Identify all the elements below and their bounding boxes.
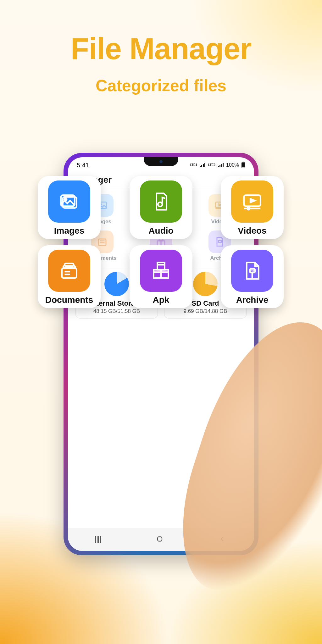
archive-icon: ZIP [231, 250, 273, 292]
storage-detail: 9.69 GB/14.88 GB [167, 308, 244, 314]
category-label: Archive [224, 295, 280, 305]
svg-marker-22 [250, 199, 255, 203]
status-right: LTE1 LTE2 100% [190, 162, 245, 168]
category-videos[interactable]: Videos [221, 176, 284, 239]
svg-rect-31 [161, 270, 168, 278]
pie-chart-icon [104, 272, 129, 296]
svg-rect-13 [161, 241, 165, 246]
category-audio[interactable]: Audio [130, 176, 192, 239]
category-apk[interactable]: Apk [130, 245, 192, 308]
svg-point-24 [247, 207, 250, 210]
signal-icon [200, 163, 205, 167]
status-lte2: LTE2 [208, 164, 215, 167]
pie-chart-icon [193, 272, 218, 296]
svg-rect-32 [157, 263, 164, 270]
category-label: Videos [224, 226, 280, 236]
svg-rect-27 [64, 264, 74, 266]
document-icon [48, 250, 90, 292]
storage-detail: 48.15 GB/51.58 GB [78, 308, 155, 314]
category-label: Images [41, 226, 97, 236]
phone-notch [144, 157, 178, 166]
svg-rect-15 [219, 241, 221, 242]
category-label: Documents [41, 295, 97, 305]
svg-rect-16 [158, 537, 162, 541]
nav-home-button[interactable] [155, 535, 164, 545]
category-images[interactable]: Images [38, 176, 101, 239]
category-label: Audio [133, 226, 189, 236]
svg-text:ZIP: ZIP [251, 269, 255, 273]
svg-rect-25 [62, 268, 77, 278]
promo-subtitle: Categorized files [0, 76, 322, 95]
image-icon [48, 180, 90, 223]
audio-icon [140, 180, 182, 223]
status-lte1: LTE1 [190, 164, 197, 167]
signal-icon [218, 163, 224, 167]
svg-rect-30 [154, 270, 161, 278]
battery-icon [242, 162, 245, 168]
status-battery-pct: 100% [226, 162, 239, 168]
category-documents[interactable]: Documents [38, 245, 101, 308]
apk-icon [140, 250, 182, 292]
status-time: 5:41 [77, 162, 89, 169]
category-label: Apk [133, 295, 189, 305]
svg-rect-12 [157, 241, 161, 246]
promo-title: File Manager [0, 31, 322, 66]
category-archive[interactable]: ZIP Archive [221, 245, 284, 308]
nav-recents-button[interactable] [95, 536, 101, 543]
video-icon [231, 180, 273, 223]
